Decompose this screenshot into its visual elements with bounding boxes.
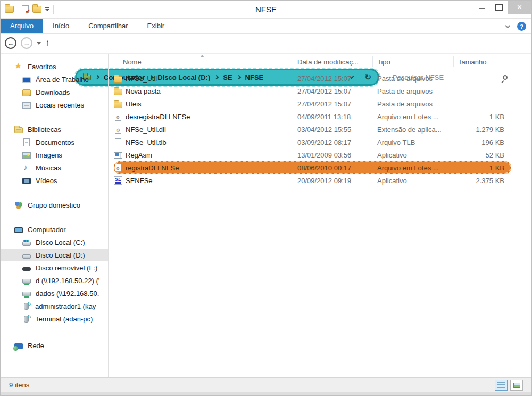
file-row[interactable]: registraDLLNFSe 08/06/2010 00:17 Arquivo… bbox=[114, 161, 511, 174]
new-folder-icon[interactable] bbox=[32, 6, 41, 13]
file-row[interactable]: NFSe_Util 27/04/2012 15:07 Pasta de arqu… bbox=[114, 72, 511, 85]
thumbnails-view-icon[interactable] bbox=[510, 380, 523, 391]
ribbon-tab-label: Exibir bbox=[147, 22, 165, 30]
file-name: registraDLLNFSe bbox=[126, 164, 293, 172]
file-row[interactable]: Nova pasta 27/04/2012 15:07 Pasta de arq… bbox=[114, 85, 511, 97]
help-icon[interactable]: ? bbox=[517, 22, 526, 31]
sidebar-item-label: Favoritos bbox=[28, 63, 56, 71]
app-folder-icon bbox=[5, 6, 14, 13]
sidebar-item-label: Vídeos bbox=[36, 177, 57, 185]
column-header-size[interactable]: Tamanho bbox=[454, 56, 504, 67]
view-switcher bbox=[495, 380, 523, 391]
batch-icon bbox=[115, 113, 121, 121]
sidebar-item-label: Locais recentes bbox=[36, 101, 84, 109]
network-drive-icon bbox=[22, 292, 31, 296]
maximize-button[interactable] bbox=[491, 1, 508, 14]
file-type: Aplicativo bbox=[373, 177, 454, 185]
file-type: Pasta de arquivos bbox=[373, 75, 454, 82]
column-header-name[interactable]: Nome bbox=[115, 56, 293, 67]
close-button[interactable] bbox=[508, 1, 531, 14]
sidebar-item[interactable]: Downloads bbox=[1, 86, 108, 98]
sidebar-item[interactable]: Documentos bbox=[1, 136, 108, 148]
qat-dropdown-icon[interactable] bbox=[45, 7, 49, 11]
file-date-modified: 13/01/2009 03:56 bbox=[293, 151, 373, 159]
file-size: 52 KB bbox=[454, 151, 504, 159]
sidebar-item[interactable]: Vídeos bbox=[1, 174, 108, 187]
window-title: NFSE bbox=[1, 5, 531, 14]
column-header-type[interactable]: Tipo bbox=[373, 56, 454, 67]
ribbon-collapse-chevron-icon[interactable] bbox=[505, 23, 511, 28]
sidebar-item[interactable]: Rede bbox=[1, 339, 108, 352]
file-row[interactable]: SENFSe 20/09/2012 09:19 Aplicativo 2.375… bbox=[114, 174, 511, 187]
folder-icon bbox=[114, 102, 122, 108]
file-row[interactable]: NFSe_Util.tlb 03/09/2012 08:17 Arquivo T… bbox=[114, 136, 511, 148]
properties-icon[interactable] bbox=[22, 5, 29, 13]
se-app-icon bbox=[114, 176, 122, 185]
file-name: RegAsm bbox=[126, 151, 293, 159]
file-size: 1 KB bbox=[454, 113, 504, 121]
sidebar-item[interactable]: Disco removível (F:) bbox=[1, 261, 108, 274]
sidebar-item-label: Rede bbox=[28, 342, 44, 350]
file-date-modified: 27/04/2012 15:07 bbox=[293, 75, 373, 82]
sidebar-item[interactable]: Bibliotecas bbox=[1, 123, 108, 136]
file-size: 1.279 KB bbox=[454, 126, 504, 134]
file-type: Extensão de aplica... bbox=[373, 126, 454, 134]
minimize-button[interactable] bbox=[473, 1, 491, 14]
file-row[interactable]: desregistraDLLNFSe 04/09/2011 13:18 Arqu… bbox=[114, 110, 511, 123]
file-row[interactable]: NFSe_Util.dll 03/04/2012 15:55 Extensão … bbox=[114, 123, 511, 136]
sidebar-item[interactable]: Disco Local (C:) bbox=[1, 236, 108, 249]
sidebar-item-label: Computador bbox=[28, 226, 66, 234]
sidebar-item-label: Imagens bbox=[36, 151, 62, 159]
network-user-icon bbox=[24, 303, 29, 310]
file-date-modified: 08/06/2010 00:17 bbox=[293, 164, 373, 172]
file-date-modified: 03/09/2012 08:17 bbox=[293, 138, 373, 146]
sidebar-item[interactable]: Computador bbox=[1, 223, 108, 236]
tlb-icon bbox=[115, 138, 121, 146]
desktop-icon bbox=[22, 77, 31, 83]
window-controls bbox=[473, 1, 531, 14]
sidebar-item[interactable]: dados (\\192.168.50. bbox=[1, 287, 108, 300]
details-view-icon[interactable] bbox=[495, 380, 508, 391]
ribbon-tab[interactable]: Compartilhar bbox=[79, 19, 137, 33]
status-bar: 9 itens bbox=[1, 377, 531, 395]
file-name: NFSe_Util bbox=[126, 75, 293, 82]
sidebar-item[interactable]: administrador1 (kay bbox=[1, 300, 108, 312]
sidebar-item[interactable]: Músicas bbox=[1, 161, 108, 174]
file-type: Arquivo TLB bbox=[373, 138, 454, 146]
file-row[interactable]: Uteis 27/04/2012 15:07 Pasta de arquivos bbox=[114, 97, 511, 110]
file-type: Arquivo em Lotes ... bbox=[373, 113, 454, 121]
file-row[interactable]: RegAsm 13/01/2009 03:56 Aplicativo 52 KB bbox=[114, 148, 511, 161]
sidebar-item-label: Disco Local (D:) bbox=[36, 251, 85, 259]
sidebar-item[interactable]: Favoritos bbox=[1, 60, 108, 73]
sidebar-item[interactable]: Terminal (adan-pc) bbox=[1, 312, 108, 325]
sidebar-item[interactable]: Locais recentes bbox=[1, 98, 108, 111]
sidebar-item[interactable]: Grupo doméstico bbox=[1, 199, 108, 211]
ribbon-tab[interactable]: Exibir bbox=[138, 19, 174, 33]
up-button[interactable] bbox=[45, 38, 50, 48]
forward-button[interactable] bbox=[21, 37, 32, 49]
homegroup-icon bbox=[14, 201, 23, 209]
folder-icon bbox=[114, 76, 122, 82]
qat-divider bbox=[53, 5, 54, 14]
file-type: Pasta de arquivos bbox=[373, 87, 454, 95]
items-count: 9 itens bbox=[9, 381, 29, 389]
navigation-buttons bbox=[5, 37, 50, 49]
sidebar-item[interactable]: Imagens bbox=[1, 148, 108, 161]
file-type: Arquivo em Lotes ... bbox=[373, 164, 454, 172]
sidebar-item[interactable]: d (\\192.168.50.22) (' bbox=[1, 274, 108, 287]
column-header-date[interactable]: Data de modificaç... bbox=[293, 56, 373, 67]
file-date-modified: 04/09/2011 13:18 bbox=[293, 113, 373, 121]
image-icon bbox=[22, 152, 31, 159]
sidebar-item[interactable]: Disco Local (D:) bbox=[1, 249, 108, 261]
back-button[interactable] bbox=[5, 37, 16, 49]
drive-c-icon bbox=[22, 242, 31, 246]
file-size: 196 KB bbox=[454, 138, 504, 146]
file-list-pane: Nome Data de modificaç... Tipo Tamanho N… bbox=[109, 54, 531, 377]
sidebar-item[interactable]: Área de Trabalho bbox=[1, 73, 108, 86]
music-icon bbox=[22, 163, 31, 172]
file-date-modified: 27/04/2012 15:07 bbox=[293, 100, 373, 108]
quick-access-toolbar bbox=[1, 5, 54, 14]
ribbon-tab[interactable]: Início bbox=[43, 19, 79, 33]
ribbon-tab[interactable]: Arquivo bbox=[1, 19, 43, 33]
history-dropdown-icon[interactable] bbox=[37, 42, 41, 45]
